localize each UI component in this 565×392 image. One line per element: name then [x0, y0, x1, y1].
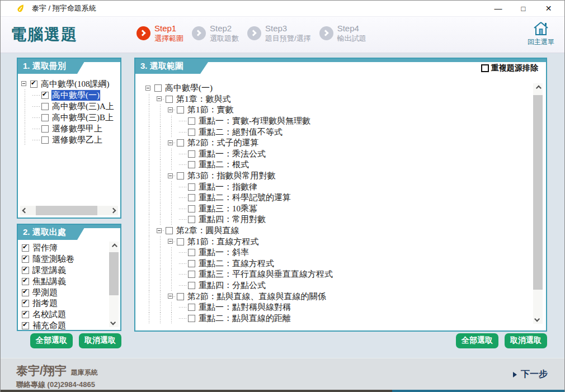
scrollbar-track[interactable]	[533, 93, 543, 314]
step-4[interactable]: Step4 輸出試題	[319, 23, 366, 43]
tree-item-checkbox[interactable]	[188, 150, 195, 158]
tree-item-checkbox[interactable]	[41, 114, 49, 121]
tree-item-checkbox[interactable]	[41, 136, 49, 144]
tree-item-label[interactable]: 第1節：實數	[187, 105, 234, 115]
collapse-expander-icon[interactable]	[168, 239, 173, 244]
tree-item-checkbox[interactable]	[154, 84, 162, 92]
panel3-vertical-scrollbar[interactable]	[533, 83, 543, 324]
home-button[interactable]: 回主選單	[525, 21, 557, 47]
tree-item-checkbox[interactable]	[177, 172, 184, 180]
tree-item-checkbox[interactable]	[188, 129, 195, 136]
tree-item-label[interactable]: 重點一：斜率	[198, 247, 249, 258]
tree-item-checkbox[interactable]	[177, 139, 184, 147]
tree-item-label[interactable]: 第1章：數與式	[176, 94, 232, 105]
tree-item-checkbox[interactable]	[188, 315, 195, 322]
tree-item-label[interactable]: 重點一：指數律	[198, 182, 258, 192]
tree-item-label[interactable]: 第2節：點與直線、直線與直線的關係	[187, 291, 327, 302]
tree-item-label[interactable]: 重點二：絕對值不等式	[198, 127, 283, 138]
tree-item-label[interactable]: 高中數學(三)A上	[51, 101, 115, 112]
tree-item-label[interactable]: 高中數學(108課綱)	[40, 79, 110, 89]
step-3[interactable]: Step3 題目預覽/選擇	[247, 23, 311, 43]
scroll-up-arrow[interactable]	[533, 83, 543, 93]
tree-item-checkbox[interactable]	[188, 260, 195, 267]
tree-item-checkbox[interactable]	[188, 205, 195, 212]
tree-item-checkbox[interactable]	[177, 106, 184, 114]
tree-item-checkbox[interactable]	[188, 304, 195, 311]
source-checkbox[interactable]	[22, 322, 29, 329]
collapse-expander-icon[interactable]	[168, 107, 173, 112]
panel1-horizontal-scrollbar[interactable]	[20, 206, 118, 215]
tree-item-label[interactable]: 重點二：科學記號的運算	[198, 192, 291, 203]
source-label[interactable]: 補充命題	[32, 320, 67, 331]
step-1[interactable]: Step1 選擇範圍	[136, 23, 183, 43]
tree-item-checkbox[interactable]	[177, 293, 184, 300]
checkbox-icon[interactable]	[481, 64, 489, 72]
source-label[interactable]: 課堂講義	[32, 265, 67, 276]
tree-item-label[interactable]: 選修數學甲上	[51, 124, 103, 134]
collapse-expander-icon[interactable]	[21, 81, 26, 86]
collapse-expander-icon[interactable]	[157, 228, 162, 233]
tree-item-label[interactable]: 高中數學(三)B上	[51, 112, 114, 123]
tree-item-label[interactable]: 重點一：乘法公式	[198, 149, 266, 159]
tree-item-checkbox[interactable]	[188, 194, 195, 201]
tree-item-checkbox[interactable]	[188, 216, 195, 223]
scrollbar-track[interactable]	[109, 251, 119, 318]
source-label[interactable]: 學測題	[32, 287, 58, 298]
tree-item-label[interactable]: 重點二：根式	[198, 159, 249, 170]
select-all-button-right[interactable]: 全部選取	[456, 333, 498, 348]
tree-item-label[interactable]: 高中數學(一)	[164, 83, 213, 93]
collapse-expander-icon[interactable]	[157, 96, 162, 101]
minimize-button[interactable]: —	[486, 1, 511, 16]
tree-item-label[interactable]: 高中數學(一)	[51, 90, 100, 101]
panel2-vertical-scrollbar[interactable]	[109, 242, 119, 327]
source-label[interactable]: 隨堂測驗卷	[32, 254, 75, 265]
source-checkbox[interactable]	[22, 244, 29, 252]
source-checkbox[interactable]	[22, 278, 29, 285]
tree-item-checkbox[interactable]	[188, 271, 195, 278]
scroll-up-arrow[interactable]	[109, 242, 119, 251]
source-label[interactable]: 習作簿	[32, 243, 58, 253]
tree-item-checkbox[interactable]	[41, 92, 49, 99]
tree-item-checkbox[interactable]	[188, 183, 195, 191]
close-button[interactable]: ✕	[536, 1, 561, 16]
tree-item-label[interactable]: 重點一：實數-有理數與無理數	[198, 116, 311, 126]
source-checkbox[interactable]	[22, 289, 29, 296]
select-all-button-left[interactable]: 全部選取	[30, 333, 73, 348]
deselect-button-left[interactable]: 取消選取	[79, 333, 121, 348]
deselect-button-right[interactable]: 取消選取	[505, 333, 547, 348]
tree-item-checkbox[interactable]	[188, 117, 195, 125]
scroll-down-arrow[interactable]	[109, 318, 119, 327]
tree-item-label[interactable]: 第1節：直線方程式	[187, 237, 260, 247]
source-label[interactable]: 名校試題	[32, 309, 67, 320]
tree-item-label[interactable]: 重點二：點與直線的距離	[198, 313, 291, 324]
scroll-right-arrow[interactable]	[109, 206, 118, 215]
source-checkbox[interactable]	[22, 300, 29, 307]
collapse-expander-icon[interactable]	[168, 294, 173, 299]
next-step-button[interactable]: 下一步	[513, 369, 548, 380]
scroll-left-arrow[interactable]	[20, 206, 30, 215]
collapse-expander-icon[interactable]	[168, 173, 173, 178]
source-checkbox[interactable]	[22, 311, 29, 318]
tree-item-checkbox[interactable]	[166, 96, 173, 103]
tree-item-checkbox[interactable]	[188, 161, 195, 168]
tree-item-label[interactable]: 第3節：指數與常用對數	[187, 171, 276, 181]
tree-item-label[interactable]: 重點四：分點公式	[198, 280, 266, 291]
source-checkbox[interactable]	[22, 256, 29, 263]
duplicate-source-exclude-checkbox[interactable]: 重複題源排除	[481, 63, 538, 73]
scrollbar-track[interactable]	[30, 206, 109, 215]
scrollbar-thumb[interactable]	[109, 252, 119, 295]
tree-item-checkbox[interactable]	[177, 238, 184, 245]
tree-item-checkbox[interactable]	[30, 81, 37, 88]
collapse-expander-icon[interactable]	[145, 86, 150, 91]
scroll-down-arrow[interactable]	[533, 314, 543, 324]
tree-item-checkbox[interactable]	[188, 282, 195, 289]
tree-item-label[interactable]: 選修數學乙上	[51, 135, 103, 145]
scrollbar-thumb[interactable]	[533, 95, 543, 290]
tree-item-label[interactable]: 第2節：式子的運算	[187, 138, 260, 148]
tree-item-label[interactable]: 重點三：平行直線與垂直直線方程式	[198, 269, 333, 280]
maximize-button[interactable]: □	[511, 1, 536, 16]
tree-item-label[interactable]: 重點四：常用對數	[198, 214, 266, 225]
source-checkbox[interactable]	[22, 267, 29, 274]
tree-item-label[interactable]: 重點三：10乘冪	[198, 204, 258, 214]
source-label[interactable]: 焦點講義	[32, 276, 67, 287]
